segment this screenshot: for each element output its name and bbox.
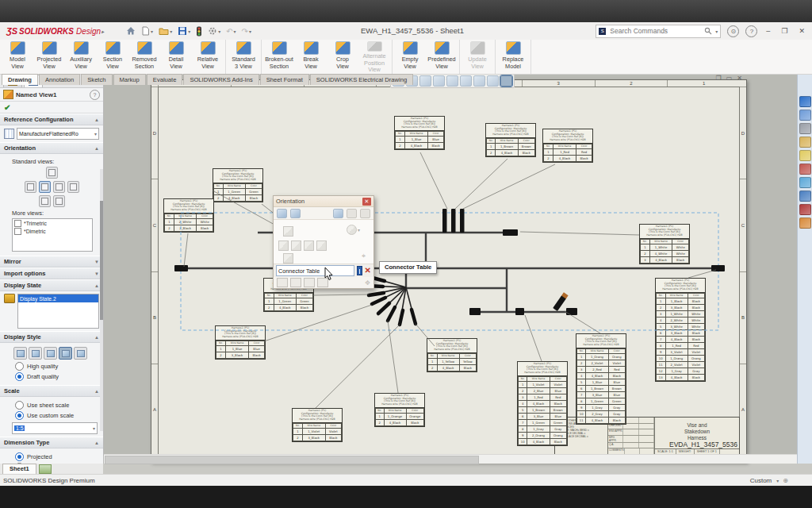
empty-view-button[interactable]: Empty View — [394, 40, 426, 74]
high-quality-radio[interactable]: High quality — [15, 362, 99, 371]
model-view-button[interactable]: Model View — [2, 40, 33, 74]
logo-caret-icon[interactable]: ▸ — [102, 29, 104, 34]
section-display-state[interactable]: Display State▲ — [0, 279, 103, 291]
section-view-button[interactable]: Section View — [97, 40, 128, 74]
ok-check-icon[interactable]: ✔ — [4, 103, 10, 112]
draft-quality-radio[interactable]: Draft quality — [15, 372, 99, 381]
forum-icon[interactable] — [799, 204, 811, 215]
previous-view-icon[interactable] — [333, 209, 343, 218]
tab-markup[interactable]: Markup — [113, 74, 146, 85]
previous-view-icon[interactable] — [433, 75, 445, 87]
removed-section-button[interactable]: Removed Section — [128, 40, 160, 74]
open-file-button[interactable]: ▾ — [157, 25, 174, 37]
view-cube-icon[interactable] — [283, 226, 293, 237]
sphere-caret-icon[interactable]: ▾ — [358, 227, 360, 233]
broken-out-section-button[interactable]: Broken-out Section — [263, 40, 295, 74]
search-input[interactable] — [608, 26, 702, 36]
viewport-icon[interactable] — [347, 209, 357, 218]
restore-button[interactable]: ❐ — [779, 27, 790, 35]
use-custom-scale-radio[interactable]: Use custom scale — [15, 411, 99, 420]
view-front-button[interactable] — [39, 181, 51, 193]
checkbox-icon[interactable] — [14, 228, 21, 235]
projected-radio[interactable]: Projected — [15, 452, 99, 461]
section-mirror[interactable]: Mirror▼ — [0, 256, 103, 267]
display-style-icon[interactable] — [487, 75, 499, 87]
design-library-icon[interactable] — [799, 137, 811, 148]
search-scope-icon[interactable]: S — [599, 28, 606, 35]
view-cube-icon[interactable] — [316, 241, 327, 251]
auxiliary-view-button[interactable]: Auxiliary View — [65, 40, 97, 74]
performance-button[interactable] — [194, 25, 204, 37]
tab-solidworks-electrical-drawing[interactable]: SOLIDWORKS Electrical Drawing — [310, 74, 413, 85]
detail-view-button[interactable]: Detail View — [160, 40, 192, 74]
view-palette-icon[interactable] — [799, 164, 811, 175]
more-views-list[interactable]: *Trimetric *Dimetric — [12, 218, 93, 252]
render-sphere-icon[interactable] — [500, 75, 512, 87]
view-back-button[interactable] — [67, 181, 79, 193]
hidden-lines-removed-button[interactable] — [44, 347, 57, 360]
view-cube-icon[interactable] — [283, 253, 293, 264]
graphics-viewport[interactable]: 87654321 87654321 DCBA DCBA UNLESS OTHER… — [103, 74, 798, 464]
section-reference-configuration[interactable]: Reference Configuration▲ — [0, 114, 103, 125]
shaded-with-edges-button[interactable] — [59, 347, 72, 360]
horizontal-scrollbar[interactable] — [103, 454, 798, 464]
options-button[interactable]: ▾ — [206, 25, 222, 37]
list-item-display-state[interactable]: Display State.2 — [18, 294, 98, 302]
dialog-title-bar[interactable]: Orientation ✕ — [274, 196, 373, 207]
pm-help-icon[interactable]: ? — [90, 90, 100, 100]
appearances-icon[interactable] — [799, 177, 811, 188]
update-views-icon[interactable] — [277, 209, 287, 218]
use-sheet-scale-radio[interactable]: Use sheet scale — [15, 401, 99, 410]
resources-icon[interactable] — [799, 123, 811, 134]
view-cube-icon[interactable] — [291, 241, 301, 251]
rotate-view-icon[interactable] — [446, 75, 458, 87]
two-viewport-vertical-icon[interactable] — [304, 278, 315, 287]
custom-properties-icon[interactable] — [799, 190, 811, 202]
pm-scrollbar[interactable] — [100, 169, 103, 431]
save-button[interactable]: ▾ — [176, 25, 192, 37]
view-cube-icon[interactable] — [278, 241, 289, 251]
view-orientation-icon[interactable] — [473, 75, 485, 87]
add-sheet-icon[interactable] — [39, 464, 52, 474]
sheet-properties-icon[interactable] — [460, 75, 472, 87]
wireframe-button[interactable] — [13, 347, 27, 360]
custom-scale-dropdown[interactable]: 1:5 ▾ — [12, 422, 98, 434]
sheet-tab[interactable]: Sheet1 — [2, 464, 36, 474]
dialog-close-button[interactable]: ✕ — [362, 198, 371, 206]
configuration-dropdown[interactable]: ManufactureFlattenedRo ▾ — [17, 128, 99, 140]
doc-restore-icon[interactable]: ❐ — [716, 75, 722, 82]
close-button[interactable]: ✕ — [796, 27, 807, 35]
tag-icon[interactable]: ⊕ — [783, 477, 788, 484]
single-viewport-icon[interactable] — [277, 278, 288, 287]
home-icon[interactable] — [799, 110, 811, 121]
tab-annotation[interactable]: Annotation — [39, 74, 80, 85]
zoom-in-out-icon[interactable] — [419, 75, 431, 87]
named-view-input[interactable] — [276, 265, 354, 276]
section-import-options[interactable]: Import options▼ — [0, 267, 103, 279]
view-bottom-button[interactable] — [53, 195, 65, 207]
two-viewport-horizontal-icon[interactable] — [290, 278, 301, 287]
section-orientation[interactable]: Orientation▲ — [0, 142, 103, 154]
tab-drawing[interactable]: Drawing — [2, 74, 38, 85]
view-cube-icon[interactable] — [304, 241, 314, 251]
tab-solidworks-add-ins[interactable]: SOLIDWORKS Add-Ins — [183, 74, 259, 85]
search-commands-box[interactable]: S ▾ — [596, 25, 721, 38]
search-icon[interactable] — [704, 27, 712, 35]
standard-3-view-button[interactable]: Standard 3 View — [228, 40, 259, 74]
display-state-list[interactable]: Display State.2 — [17, 294, 99, 329]
undo-button[interactable]: ↶▾ — [224, 25, 237, 37]
view-right-button[interactable] — [53, 181, 65, 193]
pin-icon[interactable] — [360, 209, 370, 218]
file-explorer-icon[interactable] — [799, 150, 811, 161]
login-button[interactable]: ⊙ — [727, 25, 739, 37]
view-top-button[interactable] — [46, 167, 58, 179]
tab-sheet-format[interactable]: Sheet Format — [260, 74, 309, 85]
home-button[interactable] — [124, 25, 137, 37]
cancel-view-icon[interactable]: ✕ — [365, 267, 371, 275]
unit-system[interactable]: Custom — [750, 477, 772, 484]
predefined-view-button[interactable]: Predefined View — [426, 40, 458, 74]
3dexperience-icon[interactable] — [799, 96, 811, 107]
doc-close-icon[interactable]: ✕ — [737, 75, 742, 82]
relative-view-button[interactable]: Relative View — [192, 40, 224, 74]
tab-evaluate[interactable]: Evaluate — [147, 74, 183, 85]
